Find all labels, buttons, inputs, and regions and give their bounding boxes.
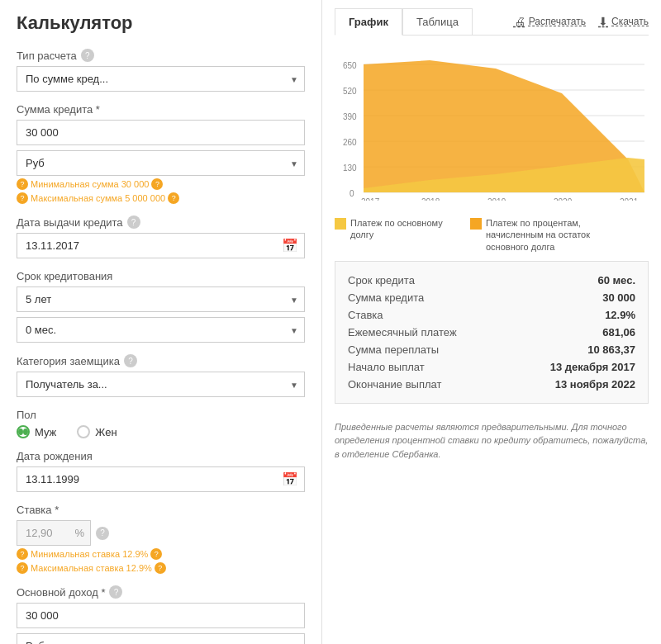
income-input[interactable] — [17, 603, 305, 628]
summary-row-5: Начало выплат 13 декабря 2017 — [348, 358, 635, 376]
summary-value-2: 12.9% — [605, 309, 635, 321]
gender-label: Пол — [17, 409, 305, 421]
issue-date-input[interactable] — [17, 233, 305, 258]
rate-input-row: % ? — [17, 520, 305, 546]
svg-text:260: 260 — [343, 138, 357, 147]
term-label: Срок кредитования — [17, 270, 305, 282]
svg-text:2019: 2019 — [487, 197, 506, 201]
disclaimer-text: Приведенные расчеты являются предварител… — [335, 414, 649, 468]
calculator-title: Калькулятор — [17, 12, 305, 34]
rate-max-hint: ? Максимальная ставка 12.9% ? — [17, 562, 305, 574]
issue-date-wrapper: 📅 — [17, 233, 305, 258]
chart-container: 0 130 260 390 520 650 2017 2018 — [335, 44, 649, 209]
summary-value-5: 13 декабря 2017 — [550, 361, 635, 373]
svg-text:2017: 2017 — [361, 197, 380, 201]
svg-text:130: 130 — [343, 163, 357, 173]
income-currency-wrapper[interactable]: Руб — [17, 633, 305, 644]
term-years-select[interactable]: 5 лет — [17, 286, 305, 312]
category-help-icon[interactable]: ? — [124, 354, 137, 367]
term-months-select[interactable]: 0 мес. — [17, 317, 305, 343]
category-select[interactable]: Получатель за... — [17, 372, 305, 397]
print-icon: 🖨 — [514, 15, 525, 28]
gender-male-option[interactable]: Муж — [17, 425, 56, 438]
loan-amount-input[interactable] — [17, 120, 305, 145]
summary-label-5: Начало выплат — [348, 361, 425, 373]
calc-type-select[interactable]: По сумме кред... — [17, 66, 305, 92]
calc-type-help-icon[interactable]: ? — [81, 49, 94, 62]
max-amount-hint: ? Максимальная сумма 5 000 000 ? — [17, 192, 305, 204]
birthdate-wrapper: 📅 — [17, 466, 305, 492]
gender-female-radio[interactable] — [77, 425, 90, 438]
term-row: Срок кредитования 5 лет 0 мес. — [17, 270, 305, 343]
summary-label-6: Окончание выплат — [348, 378, 441, 391]
gender-female-option[interactable]: Жен — [77, 425, 117, 438]
download-icon: ⬇ — [598, 15, 608, 28]
summary-row-3: Ежемесячный платеж 681,06 — [348, 324, 635, 341]
gender-male-label: Муж — [35, 426, 56, 438]
income-currency-select[interactable]: Руб — [17, 633, 305, 644]
rate-row: Ставка * % ? ? Минимальная ставка 12.9% … — [17, 504, 305, 574]
max-hint-icon: ? — [17, 192, 28, 204]
summary-value-0: 60 мес. — [597, 274, 635, 286]
issue-date-calendar-icon[interactable]: 📅 — [282, 238, 298, 253]
tab-table[interactable]: Таблица — [402, 8, 473, 35]
summary-value-4: 10 863,37 — [587, 343, 635, 356]
rate-min-hint: ? Минимальная ставка 12.9% ? — [17, 548, 305, 560]
chart-legend: Платеж по основному долгу Платеж по проц… — [335, 217, 649, 253]
term-years-wrapper[interactable]: 5 лет — [17, 286, 305, 312]
income-help-icon[interactable]: ? — [109, 585, 122, 599]
loan-currency-select[interactable]: Руб — [17, 150, 305, 176]
svg-text:650: 650 — [343, 61, 357, 70]
summary-label-4: Сумма переплаты — [348, 343, 439, 356]
download-action[interactable]: ⬇ Скачать — [598, 15, 649, 28]
min-amount-hint: ? Минимальная сумма 30 000 ? — [17, 178, 305, 190]
svg-text:2021: 2021 — [620, 197, 639, 201]
summary-value-1: 30 000 — [602, 291, 635, 304]
min-hint-icon: ? — [17, 178, 28, 190]
svg-text:390: 390 — [343, 112, 357, 121]
max-hint-icon2: ? — [168, 192, 179, 204]
rate-max-hint-icon: ? — [17, 562, 28, 574]
summary-row-2: Ставка 12.9% — [348, 306, 635, 324]
gender-row: Пол Муж Жен — [17, 409, 305, 438]
tab-actions: 🖨 Распечатать ⬇ Скачать — [514, 15, 649, 28]
gender-male-radio[interactable] — [17, 425, 30, 438]
left-panel: Калькулятор Тип расчета ? По сумме кред.… — [0, 0, 322, 644]
legend-principal: Платеж по основному долгу — [335, 217, 458, 253]
birthdate-label: Дата рождения — [17, 450, 305, 462]
birthdate-row: Дата рождения 📅 — [17, 450, 305, 492]
category-row: Категория заемщика ? Получатель за... — [17, 354, 305, 397]
legend-principal-label: Платеж по основному долгу — [350, 217, 458, 241]
rate-input-box: % — [17, 520, 91, 546]
category-wrapper[interactable]: Получатель за... — [17, 372, 305, 397]
issue-date-row: Дата выдачи кредита ? 📅 — [17, 215, 305, 258]
rate-min-hint-icon: ? — [17, 548, 28, 560]
svg-text:520: 520 — [343, 87, 357, 96]
summary-row-0: Срок кредита 60 мес. — [348, 272, 635, 289]
category-label: Категория заемщика ? — [17, 354, 305, 367]
svg-text:2020: 2020 — [554, 197, 573, 201]
rate-help-icon[interactable]: ? — [96, 527, 109, 540]
rate-min-hint-icon2: ? — [150, 548, 162, 560]
print-action[interactable]: 🖨 Распечатать — [514, 15, 586, 28]
rate-percent-symbol: % — [74, 527, 84, 539]
birthdate-input[interactable] — [17, 466, 305, 492]
tab-graph[interactable]: График — [335, 8, 402, 36]
tabs-row: График Таблица 🖨 Распечатать ⬇ Скачать — [335, 8, 649, 36]
summary-label-2: Ставка — [348, 309, 383, 321]
income-label: Основной доход * ? — [17, 585, 305, 599]
svg-text:2018: 2018 — [421, 197, 440, 201]
loan-amount-label: Сумма кредита * — [17, 103, 305, 116]
issue-date-help-icon[interactable]: ? — [127, 215, 140, 229]
chart-svg: 0 130 260 390 520 650 2017 2018 — [335, 44, 649, 201]
min-hint-icon2: ? — [151, 178, 163, 190]
calc-type-row: Тип расчета ? По сумме кред... — [17, 49, 305, 92]
term-months-wrapper[interactable]: 0 мес. — [17, 317, 305, 343]
legend-principal-color — [335, 218, 346, 230]
loan-currency-wrapper[interactable]: Руб — [17, 150, 305, 176]
birthdate-calendar-icon[interactable]: 📅 — [282, 471, 298, 487]
calc-type-select-wrapper[interactable]: По сумме кред... — [17, 66, 305, 92]
loan-amount-row: Сумма кредита * Руб ? Минимальная сумма … — [17, 103, 305, 204]
summary-value-3: 681,06 — [602, 326, 635, 339]
summary-label-1: Сумма кредита — [348, 291, 424, 304]
